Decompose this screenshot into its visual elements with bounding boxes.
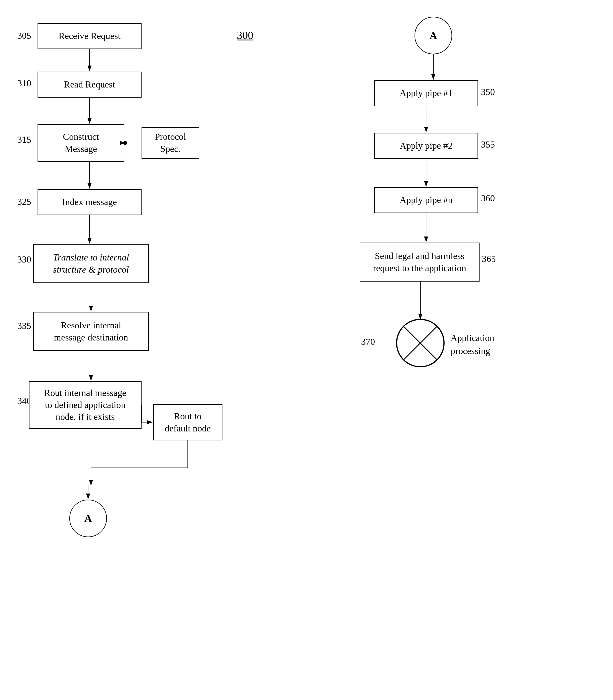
box-apply-pipe-2: Apply pipe #2 bbox=[374, 133, 478, 159]
label-330: 330 bbox=[17, 254, 31, 265]
box-resolve-internal: Resolve internalmessage destination bbox=[33, 312, 149, 351]
label-310: 310 bbox=[17, 78, 31, 89]
label-355: 355 bbox=[481, 139, 495, 150]
diagram-container: 300 305 Receive Request 310 Read Request… bbox=[0, 0, 613, 700]
svg-line-24 bbox=[404, 326, 437, 360]
box-receive-request: Receive Request bbox=[38, 23, 142, 49]
label-350: 350 bbox=[481, 87, 495, 97]
box-read-request: Read Request bbox=[38, 71, 142, 97]
box-send-legal: Send legal and harmlessrequest to the ap… bbox=[360, 242, 480, 281]
label-325: 325 bbox=[17, 196, 31, 207]
box-index-message: Index message bbox=[38, 189, 142, 215]
circle-a-top: A bbox=[415, 17, 452, 54]
box-rout-default: Rout todefault node bbox=[153, 404, 222, 440]
diagram-title: 300 bbox=[237, 29, 253, 42]
label-365: 365 bbox=[482, 253, 496, 264]
circle-a-bottom: A bbox=[69, 500, 107, 537]
box-construct-message: ConstructMessage bbox=[38, 124, 124, 162]
box-translate: Translate to internalstructure & protoco… bbox=[33, 244, 149, 283]
label-315: 315 bbox=[17, 134, 31, 145]
svg-point-22 bbox=[396, 319, 444, 367]
label-370: 370 bbox=[361, 336, 375, 347]
label-335: 335 bbox=[17, 320, 31, 331]
label-app-processing: Applicationprocessing bbox=[451, 331, 494, 357]
label-305: 305 bbox=[17, 30, 31, 41]
box-protocol-spec: ProtocolSpec. bbox=[142, 127, 199, 159]
box-rout-internal: Rout internal messageto defined applicat… bbox=[29, 381, 142, 429]
box-apply-pipe-n: Apply pipe #n bbox=[374, 187, 478, 213]
svg-line-23 bbox=[404, 326, 437, 360]
box-apply-pipe-1: Apply pipe #1 bbox=[374, 80, 478, 106]
label-360: 360 bbox=[481, 193, 495, 203]
